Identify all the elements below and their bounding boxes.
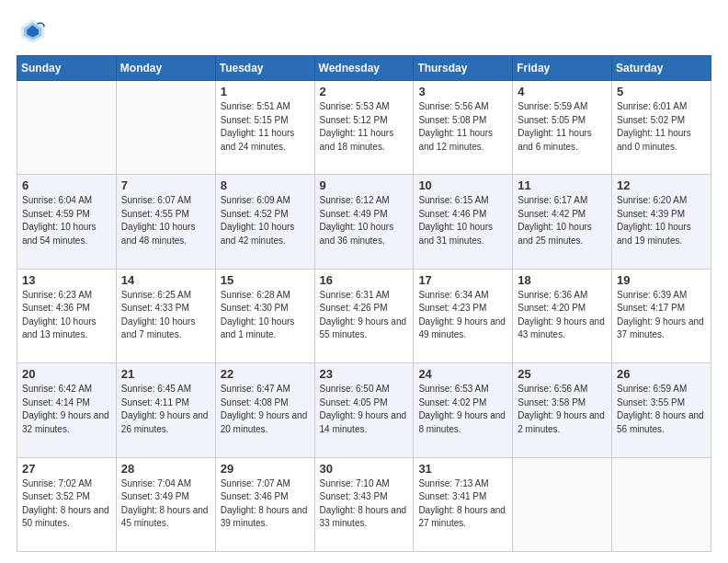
day-number: 24 bbox=[418, 367, 507, 381]
day-info: Sunrise: 5:59 AMSunset: 5:05 PMDaylight:… bbox=[518, 100, 607, 154]
day-number: 25 bbox=[518, 367, 607, 381]
day-info: Sunrise: 6:15 AMSunset: 4:46 PMDaylight:… bbox=[418, 194, 507, 247]
calendar-cell: 6Sunrise: 6:04 AMSunset: 4:59 PMDaylight… bbox=[17, 175, 117, 269]
day-info: Sunrise: 5:51 AMSunset: 5:15 PMDaylight:… bbox=[221, 100, 310, 154]
day-info: Sunrise: 6:36 AMSunset: 4:20 PMDaylight:… bbox=[518, 289, 607, 342]
week-row-1: 1Sunrise: 5:51 AMSunset: 5:15 PMDaylight… bbox=[17, 81, 711, 175]
day-info: Sunrise: 7:02 AMSunset: 3:52 PMDaylight:… bbox=[22, 477, 111, 531]
calendar-cell: 25Sunrise: 6:56 AMSunset: 3:58 PMDayligh… bbox=[513, 363, 612, 457]
day-info: Sunrise: 6:42 AMSunset: 4:14 PMDaylight:… bbox=[22, 383, 111, 436]
day-info: Sunrise: 6:23 AMSunset: 4:36 PMDaylight:… bbox=[22, 289, 111, 342]
calendar-cell: 23Sunrise: 6:50 AMSunset: 4:05 PMDayligh… bbox=[314, 363, 414, 457]
day-number: 5 bbox=[617, 85, 706, 98]
day-number: 11 bbox=[518, 178, 607, 192]
calendar-cell: 10Sunrise: 6:15 AMSunset: 4:46 PMDayligh… bbox=[414, 175, 513, 269]
day-number: 17 bbox=[418, 273, 507, 287]
day-number: 16 bbox=[320, 273, 409, 287]
calendar-cell bbox=[116, 81, 215, 175]
day-info: Sunrise: 7:13 AMSunset: 3:41 PMDaylight:… bbox=[418, 477, 507, 531]
day-info: Sunrise: 6:39 AMSunset: 4:17 PMDaylight:… bbox=[617, 289, 706, 342]
day-number: 3 bbox=[418, 85, 507, 98]
day-number: 12 bbox=[617, 178, 706, 192]
calendar-cell: 24Sunrise: 6:53 AMSunset: 4:02 PMDayligh… bbox=[414, 363, 513, 457]
weekday-header-saturday: Saturday bbox=[612, 56, 711, 81]
day-info: Sunrise: 6:04 AMSunset: 4:59 PMDaylight:… bbox=[22, 194, 111, 247]
calendar-cell: 29Sunrise: 7:07 AMSunset: 3:46 PMDayligh… bbox=[215, 457, 314, 551]
week-row-4: 20Sunrise: 6:42 AMSunset: 4:14 PMDayligh… bbox=[17, 363, 711, 457]
weekday-header-thursday: Thursday bbox=[414, 56, 513, 81]
day-number: 2 bbox=[320, 85, 409, 98]
calendar-cell bbox=[513, 457, 612, 551]
calendar-cell: 20Sunrise: 6:42 AMSunset: 4:14 PMDayligh… bbox=[17, 363, 117, 457]
calendar-cell bbox=[612, 457, 711, 551]
page: SundayMondayTuesdayWednesdayThursdayFrid… bbox=[0, 0, 728, 563]
day-info: Sunrise: 5:56 AMSunset: 5:08 PMDaylight:… bbox=[418, 100, 507, 154]
calendar-cell: 3Sunrise: 5:56 AMSunset: 5:08 PMDaylight… bbox=[414, 81, 513, 175]
day-info: Sunrise: 5:53 AMSunset: 5:12 PMDaylight:… bbox=[320, 100, 409, 154]
day-info: Sunrise: 6:31 AMSunset: 4:26 PMDaylight:… bbox=[320, 289, 409, 342]
calendar-cell: 31Sunrise: 7:13 AMSunset: 3:41 PMDayligh… bbox=[414, 457, 513, 551]
logo-icon bbox=[17, 17, 46, 46]
calendar-cell: 15Sunrise: 6:28 AMSunset: 4:30 PMDayligh… bbox=[215, 269, 314, 362]
calendar-cell bbox=[17, 81, 117, 175]
calendar-cell: 11Sunrise: 6:17 AMSunset: 4:42 PMDayligh… bbox=[513, 175, 612, 269]
day-info: Sunrise: 7:10 AMSunset: 3:43 PMDaylight:… bbox=[320, 477, 409, 531]
weekday-header-sunday: Sunday bbox=[17, 56, 117, 81]
day-number: 13 bbox=[22, 273, 111, 287]
calendar-cell: 19Sunrise: 6:39 AMSunset: 4:17 PMDayligh… bbox=[612, 269, 711, 362]
calendar-cell: 30Sunrise: 7:10 AMSunset: 3:43 PMDayligh… bbox=[314, 457, 414, 551]
day-number: 10 bbox=[418, 178, 507, 192]
week-row-2: 6Sunrise: 6:04 AMSunset: 4:59 PMDaylight… bbox=[17, 175, 711, 269]
weekday-header-friday: Friday bbox=[513, 56, 612, 81]
day-number: 31 bbox=[418, 462, 507, 476]
calendar-cell: 4Sunrise: 5:59 AMSunset: 5:05 PMDaylight… bbox=[513, 81, 612, 175]
day-info: Sunrise: 6:07 AMSunset: 4:55 PMDaylight:… bbox=[121, 194, 210, 247]
calendar-cell: 2Sunrise: 5:53 AMSunset: 5:12 PMDaylight… bbox=[314, 81, 414, 175]
calendar-cell: 27Sunrise: 7:02 AMSunset: 3:52 PMDayligh… bbox=[17, 457, 117, 551]
day-info: Sunrise: 7:04 AMSunset: 3:49 PMDaylight:… bbox=[121, 477, 210, 531]
weekday-header-row: SundayMondayTuesdayWednesdayThursdayFrid… bbox=[17, 56, 711, 81]
day-info: Sunrise: 6:50 AMSunset: 4:05 PMDaylight:… bbox=[320, 383, 409, 436]
day-number: 8 bbox=[221, 178, 310, 192]
day-number: 19 bbox=[617, 273, 706, 287]
day-number: 27 bbox=[22, 462, 111, 476]
day-number: 4 bbox=[518, 85, 607, 98]
logo bbox=[17, 17, 50, 46]
day-number: 30 bbox=[320, 462, 409, 476]
day-info: Sunrise: 6:56 AMSunset: 3:58 PMDaylight:… bbox=[518, 383, 607, 436]
calendar-cell: 14Sunrise: 6:25 AMSunset: 4:33 PMDayligh… bbox=[116, 269, 215, 362]
calendar-cell: 17Sunrise: 6:34 AMSunset: 4:23 PMDayligh… bbox=[414, 269, 513, 362]
calendar-cell: 16Sunrise: 6:31 AMSunset: 4:26 PMDayligh… bbox=[314, 269, 414, 362]
day-info: Sunrise: 6:01 AMSunset: 5:02 PMDaylight:… bbox=[617, 100, 706, 154]
calendar-cell: 18Sunrise: 6:36 AMSunset: 4:20 PMDayligh… bbox=[513, 269, 612, 362]
week-row-5: 27Sunrise: 7:02 AMSunset: 3:52 PMDayligh… bbox=[17, 457, 711, 551]
day-number: 15 bbox=[221, 273, 310, 287]
weekday-header-monday: Monday bbox=[116, 56, 215, 81]
calendar-cell: 21Sunrise: 6:45 AMSunset: 4:11 PMDayligh… bbox=[116, 363, 215, 457]
calendar-cell: 13Sunrise: 6:23 AMSunset: 4:36 PMDayligh… bbox=[17, 269, 117, 362]
day-info: Sunrise: 6:25 AMSunset: 4:33 PMDaylight:… bbox=[121, 289, 210, 342]
day-info: Sunrise: 6:12 AMSunset: 4:49 PMDaylight:… bbox=[320, 194, 409, 247]
day-info: Sunrise: 7:07 AMSunset: 3:46 PMDaylight:… bbox=[221, 477, 310, 531]
calendar-cell: 26Sunrise: 6:59 AMSunset: 3:55 PMDayligh… bbox=[612, 363, 711, 457]
day-number: 23 bbox=[320, 367, 409, 381]
day-info: Sunrise: 6:17 AMSunset: 4:42 PMDaylight:… bbox=[518, 194, 607, 247]
calendar-cell: 5Sunrise: 6:01 AMSunset: 5:02 PMDaylight… bbox=[612, 81, 711, 175]
day-number: 6 bbox=[22, 178, 111, 192]
day-info: Sunrise: 6:20 AMSunset: 4:39 PMDaylight:… bbox=[617, 194, 706, 247]
day-number: 21 bbox=[121, 367, 210, 381]
header bbox=[17, 17, 711, 46]
day-number: 1 bbox=[221, 85, 310, 98]
week-row-3: 13Sunrise: 6:23 AMSunset: 4:36 PMDayligh… bbox=[17, 269, 711, 362]
day-info: Sunrise: 6:47 AMSunset: 4:08 PMDaylight:… bbox=[221, 383, 310, 436]
calendar-cell: 7Sunrise: 6:07 AMSunset: 4:55 PMDaylight… bbox=[116, 175, 215, 269]
weekday-header-tuesday: Tuesday bbox=[215, 56, 314, 81]
calendar-cell: 1Sunrise: 5:51 AMSunset: 5:15 PMDaylight… bbox=[215, 81, 314, 175]
day-info: Sunrise: 6:28 AMSunset: 4:30 PMDaylight:… bbox=[221, 289, 310, 342]
day-info: Sunrise: 6:34 AMSunset: 4:23 PMDaylight:… bbox=[418, 289, 507, 342]
day-number: 18 bbox=[518, 273, 607, 287]
day-number: 7 bbox=[121, 178, 210, 192]
day-number: 26 bbox=[617, 367, 706, 381]
day-info: Sunrise: 6:09 AMSunset: 4:52 PMDaylight:… bbox=[221, 194, 310, 247]
day-number: 28 bbox=[121, 462, 210, 476]
